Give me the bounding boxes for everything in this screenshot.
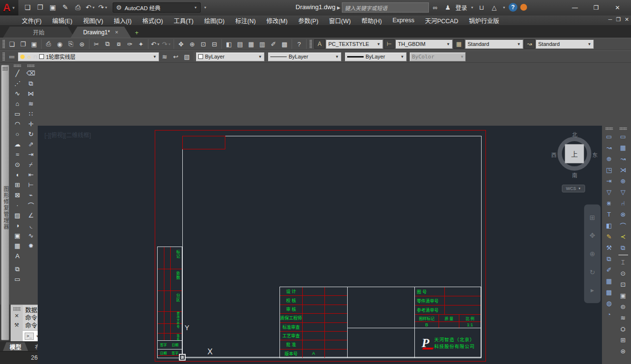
pccad-table-tool[interactable]: ▦	[603, 276, 615, 287]
hatch-tool[interactable]: ▨	[12, 210, 23, 220]
doc-restore-button[interactable]: ❐	[616, 16, 621, 23]
dim-style-select[interactable]: TH_GBDIM▼	[396, 40, 453, 49]
copy-tool[interactable]: ⧉	[25, 78, 37, 88]
publish-button[interactable]: ⊛	[76, 39, 88, 49]
minimize-button[interactable]: —	[564, 4, 586, 11]
qnew-button[interactable]: ❏	[22, 2, 33, 13]
search-input[interactable]: 键入关键字或短语	[342, 2, 429, 13]
lineweight-select[interactable]: ByLayer▼	[345, 52, 407, 61]
insert-block-tool[interactable]: ⊞	[12, 180, 23, 190]
pccad-baseline-tool[interactable]: ⇥	[603, 175, 615, 187]
pccad-render-tool[interactable]: ◍	[603, 298, 615, 309]
nav-zoom-icon[interactable]: ⊕	[589, 250, 595, 258]
menu-item-13[interactable]: Express	[387, 17, 420, 24]
selection-grip[interactable]	[179, 354, 186, 361]
plot-button[interactable]: ⎙	[73, 2, 83, 13]
stretch-tool[interactable]: ⇥	[25, 149, 37, 160]
viewcube[interactable]: 北 南 西 东 上	[551, 131, 598, 177]
viewcube-south-label[interactable]: 南	[572, 171, 577, 179]
linetype-select[interactable]: ByLayer▼	[268, 52, 341, 61]
offset-tool[interactable]: ≋	[25, 99, 37, 109]
pccad-misc-tool[interactable]: ◔	[603, 309, 615, 320]
viewcube-east-label[interactable]: 东	[592, 151, 598, 159]
blend-curves-tool[interactable]: ∿	[25, 231, 37, 241]
menu-item-14[interactable]: 天河PCCAD	[420, 16, 464, 25]
zoom-realtime-button[interactable]: ⊕	[187, 39, 198, 49]
menu-item-15[interactable]: 锅炉行业版	[464, 16, 505, 25]
toolbar-grip[interactable]	[14, 64, 21, 67]
menu-item-1[interactable]: 文件(F)	[16, 16, 47, 25]
help-button[interactable]: ?	[293, 39, 305, 49]
undo-button[interactable]: ↶▼	[150, 39, 161, 49]
help-icon[interactable]: ?	[509, 3, 517, 12]
pan-button[interactable]: ✥	[176, 39, 187, 49]
pccad-datum-tool[interactable]: ▽	[603, 187, 615, 198]
command-panel-grip[interactable]	[13, 307, 21, 311]
part-gear-tool[interactable]: ⛭	[617, 323, 629, 335]
pccad-center2-tool[interactable]: ⊗	[617, 209, 629, 220]
menu-item-2[interactable]: 编辑(E)	[47, 16, 78, 25]
menu-item-7[interactable]: 绘图(D)	[199, 16, 230, 25]
make-block-tool[interactable]: ⊠	[12, 190, 23, 200]
point-tool[interactable]: ∙	[12, 200, 23, 210]
close-icon[interactable]: ✕	[11, 312, 23, 320]
break-tool[interactable]: ⌁	[25, 190, 37, 200]
part-washer-tool[interactable]: ⊡	[617, 279, 629, 290]
pccad-tools-tool[interactable]: ⚒	[603, 242, 615, 253]
app-store-cart-icon[interactable]: ⊔	[477, 2, 486, 13]
binoculars-search-icon[interactable]: ∞	[430, 2, 440, 13]
viewport-controls-label[interactable]: [-][俯视][二维线框]	[44, 131, 91, 139]
revision-cloud-tool[interactable]: ☁	[12, 139, 23, 149]
move-tool[interactable]: ✛	[25, 119, 37, 129]
markup-manager-button[interactable]: ✐	[268, 39, 279, 49]
pccad-symbol-tool[interactable]: ⋊	[617, 164, 629, 175]
pccad-copy-tool[interactable]: ⧉	[603, 253, 615, 264]
multiline-text-tool[interactable]: A	[12, 251, 23, 261]
tab-close-icon[interactable]: ✕	[115, 30, 118, 35]
designcenter-button[interactable]: ▤	[235, 39, 246, 49]
rectangle-tool[interactable]: ▭	[12, 109, 23, 119]
pccad-sketch-tool[interactable]: ✐	[603, 264, 615, 276]
construction-line-tool[interactable]: ⋰	[12, 78, 23, 88]
save-as-button[interactable]: ✎	[60, 2, 71, 13]
tab-drawing1[interactable]: Drawing1* ✕	[71, 27, 131, 38]
mleader-style-select[interactable]: Standard▼	[536, 40, 594, 49]
quickcalc-button[interactable]: ▩	[279, 39, 290, 49]
plot-button[interactable]: ⎙	[43, 39, 54, 49]
menu-item-9[interactable]: 修改(M)	[261, 16, 293, 25]
layer-previous-button[interactable]: ↩	[170, 52, 181, 62]
pccad-balloon-tool[interactable]: ⑁	[617, 198, 629, 209]
text-style-select[interactable]: PC_TEXTSTYLE▼	[326, 40, 383, 49]
toolbar-grip[interactable]	[309, 40, 312, 48]
pccad-leader-tool[interactable]: ↝	[603, 142, 615, 153]
palette-grip[interactable]	[2, 67, 8, 71]
match-properties-button[interactable]: ✑	[124, 39, 135, 49]
pccad-roughness-tool[interactable]: ⋇	[603, 198, 615, 209]
pccad-annotate-tool[interactable]: ✎	[603, 231, 615, 242]
ellipse-arc-tool[interactable]: ◖	[12, 170, 23, 180]
part-bearing-tool[interactable]: ▣	[617, 290, 629, 301]
menu-item-12[interactable]: 帮助(H)	[356, 16, 387, 25]
fillet-tool[interactable]: ◟	[25, 220, 37, 231]
pccad-center-tool[interactable]: ⊕	[603, 153, 615, 164]
part-bolt-tool[interactable]: ⌶	[617, 257, 629, 268]
erase-tool[interactable]: ⌫	[25, 68, 37, 78]
extend-tool[interactable]: ⇤	[25, 170, 37, 180]
workspace-selector[interactable]: ⚙ AutoCAD 经典 ▼	[113, 2, 201, 13]
circle-tool[interactable]: ○	[12, 129, 23, 139]
copy-button[interactable]: ⧉	[102, 39, 113, 49]
toolbar-grip[interactable]	[605, 127, 613, 130]
toolbar-grip[interactable]	[2, 52, 5, 61]
pccad-weld-tool[interactable]: ≺	[617, 231, 629, 242]
pccad-copy2-tool[interactable]: ⧉	[617, 242, 629, 253]
join-tool[interactable]: ⌒	[25, 200, 37, 210]
search-arrow-icon[interactable]: ▶	[337, 5, 340, 10]
application-menu-button[interactable]: A ▼	[0, 0, 18, 15]
navigation-bar[interactable]: ⊞ ✥ ⊕ ↻ ▸	[584, 204, 601, 303]
zoom-window-button[interactable]: ⊡	[198, 39, 209, 49]
properties-palette-button[interactable]: ◧	[223, 39, 235, 49]
menu-item-11[interactable]: 窗口(W)	[323, 16, 356, 25]
ellipse-tool[interactable]: ⊙	[12, 160, 23, 170]
undo-button[interactable]: ↶▼	[85, 2, 96, 13]
nav-wheel-icon[interactable]: ⊞	[589, 214, 595, 221]
